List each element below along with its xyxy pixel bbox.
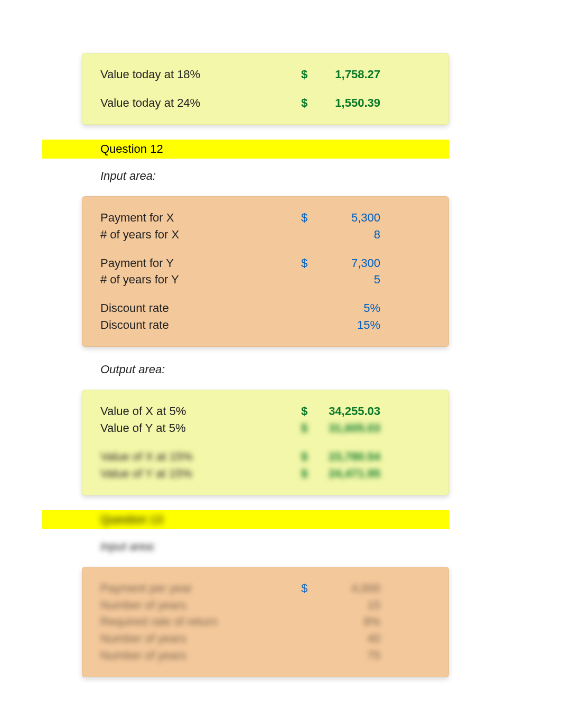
row-value: 75	[317, 647, 380, 664]
heading-text: Question 12	[100, 142, 163, 155]
value-today-panel: Value today at 18% $ 1,758.27 Value toda…	[82, 53, 449, 125]
payment-y-row: Payment for Y $ 7,300	[100, 255, 433, 272]
q13-input-area-label: Input area:	[100, 540, 561, 554]
discount-rate-2-row: Discount rate 15%	[100, 317, 433, 334]
value-y-5-row: Value of Y at 5% $ 31,605.03	[100, 420, 433, 437]
currency-symbol: $	[301, 465, 317, 482]
currency-symbol: $	[301, 580, 317, 597]
row-label: Number of years	[100, 630, 301, 647]
row-label: Value of X at 5%	[100, 403, 301, 420]
row-label: Value of X at 15%	[100, 448, 301, 465]
row-label: Value today at 18%	[100, 66, 301, 83]
currency-symbol: $	[301, 255, 317, 272]
row-value: 1,758.27	[317, 66, 380, 83]
row-label: Required rate of return	[100, 613, 301, 630]
currency-symbol: $	[301, 209, 317, 226]
years-x-row: # of years for X 8	[100, 226, 433, 243]
row-value: 4,000	[317, 580, 380, 597]
currency-symbol: $	[301, 95, 317, 112]
row-value: 15	[317, 597, 380, 614]
q12-output-panel: Value of X at 5% $ 34,255.03 Value of Y …	[82, 390, 449, 495]
row-value: 40	[317, 630, 380, 647]
row-value: 5,300	[317, 209, 380, 226]
row-value: 31,605.03	[317, 420, 380, 437]
row-value: 7,300	[317, 255, 380, 272]
row-value: 5%	[317, 300, 380, 317]
row-value: 1,550.39	[317, 95, 380, 112]
row-label: Number of years	[100, 647, 301, 664]
discount-rate-1-row: Discount rate 5%	[100, 300, 433, 317]
row-value: 15%	[317, 317, 380, 334]
row-value: 8	[317, 226, 380, 243]
row-label: # of years for X	[100, 226, 301, 243]
row-value: 8%	[317, 613, 380, 630]
row-label: Value of Y at 5%	[100, 420, 301, 437]
years-y-row: # of years for Y 5	[100, 271, 433, 288]
row-label: Value today at 24%	[100, 95, 301, 112]
row-label: Payment per year	[100, 580, 301, 597]
input-area-label: Input area:	[100, 169, 561, 183]
question-13-heading: Question 13	[42, 510, 449, 529]
row-label: Payment for Y	[100, 255, 301, 272]
currency-symbol: $	[301, 66, 317, 83]
row-label: Discount rate	[100, 300, 301, 317]
row-label: Payment for X	[100, 209, 301, 226]
row-value: 34,255.03	[317, 403, 380, 420]
q13-row: Number of years 15	[100, 597, 433, 614]
value-today-18-row: Value today at 18% $ 1,758.27	[100, 66, 433, 83]
row-label: # of years for Y	[100, 271, 301, 288]
row-label: Value of Y at 15%	[100, 465, 301, 482]
q12-input-panel: Payment for X $ 5,300 # of years for X 8…	[82, 196, 449, 347]
row-value: 24,471.95	[317, 465, 380, 482]
q13-input-panel: Payment per year $ 4,000 Number of years…	[82, 567, 449, 677]
value-today-24-row: Value today at 24% $ 1,550.39	[100, 95, 433, 112]
row-label: Number of years	[100, 597, 301, 614]
heading-text: Question 13	[100, 513, 163, 527]
output-area-label: Output area:	[100, 363, 561, 376]
row-label: Discount rate	[100, 317, 301, 334]
payment-x-row: Payment for X $ 5,300	[100, 209, 433, 226]
row-value: 5	[317, 271, 380, 288]
q13-row: Required rate of return 8%	[100, 613, 433, 630]
value-y-15-row: Value of Y at 15% $ 24,471.95	[100, 465, 433, 482]
question-12-heading: Question 12	[42, 140, 449, 159]
row-value: 23,780.54	[317, 448, 380, 465]
currency-symbol: $	[301, 448, 317, 465]
q13-row: Number of years 75	[100, 647, 433, 664]
value-x-5-row: Value of X at 5% $ 34,255.03	[100, 403, 433, 420]
currency-symbol: $	[301, 420, 317, 437]
value-x-15-row: Value of X at 15% $ 23,780.54	[100, 448, 433, 465]
currency-symbol: $	[301, 403, 317, 420]
q13-row: Payment per year $ 4,000	[100, 580, 433, 597]
q13-row: Number of years 40	[100, 630, 433, 647]
